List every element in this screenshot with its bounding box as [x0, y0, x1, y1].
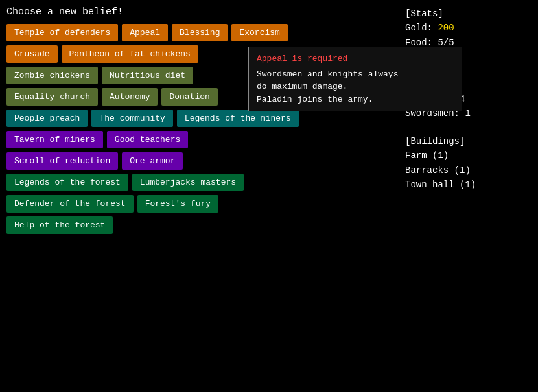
btn-people-preach[interactable]: People preach — [6, 110, 88, 127]
tooltip-body: Swordsmen and knights always do maximum … — [257, 68, 454, 106]
barracks-label: Barracks (1) — [405, 165, 471, 176]
btn-autonomy[interactable]: Autonomy — [102, 88, 158, 106]
tooltip-line3: Paladin joins the army. — [257, 95, 373, 104]
button-row-5: People preach The community Legends of t… — [6, 110, 392, 127]
btn-blessing[interactable]: Blessing — [172, 24, 228, 41]
btn-ore-armor[interactable]: Ore armor — [122, 152, 183, 170]
btn-lumberjacks-masters[interactable]: Lumberjacks masters — [132, 174, 244, 191]
button-row-6: Tavern of miners Good teachers — [6, 131, 392, 148]
btn-nutritious-diet[interactable]: Nutritious diet — [102, 67, 193, 84]
btn-pantheon[interactable]: Pantheon of fat chickens — [62, 45, 198, 63]
btn-exorcism[interactable]: Exorcism — [231, 24, 287, 41]
button-row-10: Help of the forest — [6, 216, 392, 234]
buildings-label: [Buildings] — [405, 134, 532, 148]
barracks-row: Barracks (1) — [405, 163, 532, 178]
btn-scroll-reduction[interactable]: Scroll of reduction — [6, 152, 118, 170]
btn-legends-forest[interactable]: Legends of the forest — [6, 174, 128, 191]
farm-row: Farm (1) — [405, 148, 532, 163]
tooltip-box: Appeal is required Swordsmen and knights… — [248, 47, 462, 111]
btn-forests-fury[interactable]: Forest's fury — [137, 195, 218, 213]
button-row-7: Scroll of reduction Ore armor — [6, 152, 392, 170]
btn-tavern-miners[interactable]: Tavern of miners — [6, 131, 103, 148]
btn-appeal[interactable]: Appeal — [122, 24, 168, 41]
btn-defender-forest[interactable]: Defender of the forest — [6, 195, 134, 213]
button-row-1: Temple of defenders Appeal Blessing Exor… — [6, 24, 392, 41]
btn-temple-of-defenders[interactable]: Temple of defenders — [6, 24, 118, 41]
tooltip-line1: Swordsmen and knights always — [257, 69, 398, 79]
btn-the-community[interactable]: The community — [91, 110, 172, 127]
gold-label: Gold: — [405, 23, 438, 33]
townhall-row: Town hall (1) — [405, 178, 532, 192]
btn-good-teachers[interactable]: Good teachers — [107, 131, 188, 148]
gold-value: 200 — [438, 23, 454, 33]
farm-label: Farm (1) — [405, 150, 449, 161]
gold-row: Gold: 200 — [405, 21, 532, 35]
btn-zombie-chickens[interactable]: Zombie chickens — [6, 67, 98, 84]
townhall-label: Town hall (1) — [405, 179, 476, 190]
button-row-9: Defender of the forest Forest's fury — [6, 195, 392, 213]
btn-donation[interactable]: Donation — [161, 88, 217, 106]
btn-crusade[interactable]: Crusade — [6, 45, 58, 63]
stats-label: [Stats] — [405, 6, 532, 21]
buildings-section: [Buildings] Farm (1) Barracks (1) Town h… — [405, 134, 532, 192]
btn-legends-miners[interactable]: Legends of the miners — [177, 110, 299, 127]
btn-help-forest[interactable]: Help of the forest — [6, 216, 113, 234]
tooltip-title: Appeal is required — [257, 52, 454, 65]
button-row-8: Legends of the forest Lumberjacks master… — [6, 174, 392, 191]
btn-equality-church[interactable]: Equality church — [6, 88, 98, 106]
page-title: Choose a new belief! — [6, 6, 392, 17]
tooltip-line2: do maximum damage. — [257, 82, 347, 91]
